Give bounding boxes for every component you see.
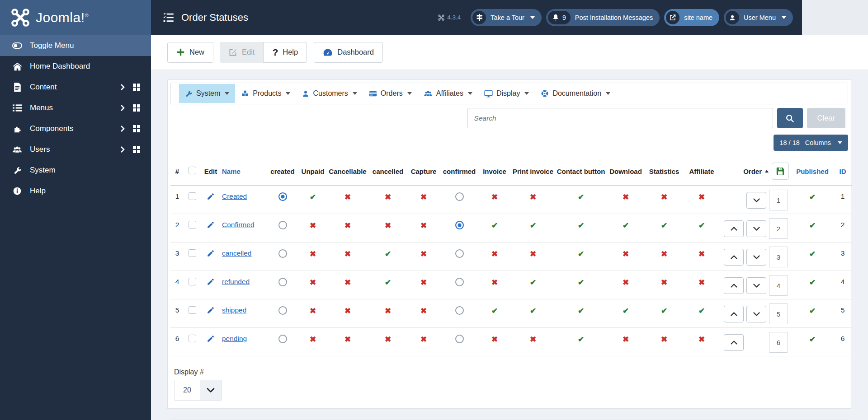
status-name-link[interactable]: Created bbox=[222, 192, 247, 200]
row-checkbox[interactable] bbox=[189, 335, 196, 342]
sidebar-item-content[interactable]: Content bbox=[0, 77, 151, 98]
order-up-button[interactable] bbox=[724, 249, 744, 266]
sidebar-item-home-dashboard[interactable]: Home Dashboard bbox=[0, 56, 151, 77]
published-toggle-yes[interactable]: ✔ bbox=[809, 250, 816, 258]
published-toggle-yes[interactable]: ✔ bbox=[809, 193, 816, 201]
order-down-button[interactable] bbox=[746, 192, 766, 209]
confirmed-radio-unselected[interactable] bbox=[455, 335, 464, 343]
tab-customers[interactable]: Customers bbox=[296, 84, 363, 103]
order-up-button[interactable] bbox=[724, 277, 744, 294]
published-toggle-yes[interactable]: ✔ bbox=[809, 307, 816, 315]
order-input[interactable] bbox=[769, 303, 788, 324]
published-toggle-yes[interactable]: ✔ bbox=[809, 278, 816, 287]
created-radio-unselected[interactable] bbox=[278, 306, 287, 315]
life-ring-icon bbox=[541, 89, 549, 98]
col-id-sort[interactable]: ID bbox=[833, 156, 852, 186]
sidebar-item-menus[interactable]: Menus bbox=[0, 98, 151, 118]
user-menu-button[interactable]: User Menu bbox=[724, 9, 793, 26]
order-down-button[interactable] bbox=[746, 277, 766, 294]
order-up-button[interactable] bbox=[724, 220, 744, 237]
created-radio-selected[interactable] bbox=[278, 192, 287, 201]
help-button[interactable]: ? Help bbox=[263, 42, 307, 63]
col-published-sort[interactable]: Published bbox=[792, 156, 833, 186]
confirmed-radio-selected[interactable] bbox=[455, 221, 464, 229]
new-button[interactable]: New bbox=[167, 42, 213, 63]
display-number-select[interactable]: 20 bbox=[174, 380, 222, 401]
published-toggle-yes[interactable]: ✔ bbox=[809, 221, 816, 230]
save-order-button[interactable] bbox=[772, 163, 789, 180]
wrench-icon bbox=[185, 90, 193, 98]
take-a-tour-button[interactable]: Take a Tour bbox=[471, 9, 542, 26]
order-input[interactable] bbox=[769, 190, 788, 210]
order-up-button[interactable] bbox=[724, 334, 744, 351]
user-circle-icon bbox=[726, 11, 739, 24]
sidebar-item-help[interactable]: Help bbox=[0, 181, 151, 201]
row-checkbox[interactable] bbox=[189, 278, 196, 285]
col-name-sort[interactable]: Name bbox=[221, 156, 266, 186]
search-button[interactable] bbox=[777, 108, 803, 128]
created-radio-unselected[interactable] bbox=[278, 278, 287, 286]
tab-system[interactable]: System bbox=[179, 84, 235, 103]
edit-row-icon[interactable] bbox=[207, 278, 215, 286]
row-checkbox[interactable] bbox=[189, 221, 196, 229]
status-name-link[interactable]: pending bbox=[222, 335, 247, 342]
sidebar-item-users[interactable]: Users bbox=[0, 139, 151, 160]
col-created: created bbox=[266, 156, 299, 186]
row-checkbox[interactable] bbox=[189, 249, 196, 257]
tab-documentation[interactable]: Documentation bbox=[535, 84, 616, 103]
col-affiliate: Affiliate bbox=[683, 156, 720, 186]
search-input[interactable] bbox=[467, 108, 773, 128]
columns-dropdown-button[interactable]: 18 / 18 Columns bbox=[774, 135, 848, 151]
row-checkbox[interactable] bbox=[189, 192, 196, 200]
order-input[interactable] bbox=[769, 275, 788, 296]
dashboard-grid-icon[interactable] bbox=[133, 104, 140, 112]
sidebar-item-components[interactable]: Components bbox=[0, 118, 151, 139]
order-up-button[interactable] bbox=[724, 306, 744, 322]
invoice-flag-yes: ✔ bbox=[491, 221, 498, 230]
tab-orders[interactable]: Orders bbox=[363, 84, 418, 103]
sidebar-item-system[interactable]: System bbox=[0, 160, 151, 181]
unpaid-flag-no: ✖ bbox=[310, 221, 316, 230]
edit-row-icon[interactable] bbox=[207, 249, 215, 257]
select-all-checkbox[interactable] bbox=[189, 167, 196, 174]
order-input[interactable] bbox=[769, 247, 788, 267]
dashboard-grid-icon[interactable] bbox=[133, 84, 140, 91]
tab-display[interactable]: Display bbox=[478, 84, 535, 103]
order-down-button[interactable] bbox=[746, 306, 766, 322]
edit-row-icon[interactable] bbox=[207, 221, 215, 229]
status-name-link[interactable]: shipped bbox=[222, 306, 246, 314]
order-input[interactable] bbox=[769, 332, 788, 353]
created-radio-unselected[interactable] bbox=[278, 221, 287, 229]
confirmed-radio-unselected[interactable] bbox=[455, 306, 464, 315]
caret-down-icon bbox=[407, 92, 412, 95]
order-down-button[interactable] bbox=[746, 249, 766, 266]
dashboard-button[interactable]: Dashboard bbox=[314, 42, 383, 63]
sidebar-item-toggle-menu[interactable]: Toggle Menu bbox=[0, 35, 151, 56]
published-toggle-yes[interactable]: ✔ bbox=[809, 335, 816, 344]
row-number: 3 bbox=[170, 243, 184, 271]
created-radio-unselected[interactable] bbox=[278, 249, 287, 258]
status-name-link[interactable]: cancelled bbox=[222, 249, 252, 257]
bell-icon bbox=[552, 14, 559, 21]
edit-row-icon[interactable] bbox=[207, 306, 215, 314]
tab-products[interactable]: Products bbox=[235, 84, 296, 103]
created-radio-unselected[interactable] bbox=[278, 335, 287, 343]
order-down-button[interactable] bbox=[746, 220, 766, 237]
unpaid-flag-no: ✖ bbox=[310, 278, 316, 287]
edit-row-icon[interactable] bbox=[207, 192, 215, 201]
status-name-link[interactable]: refunded bbox=[222, 278, 250, 285]
confirmed-radio-unselected[interactable] bbox=[455, 249, 464, 258]
confirmed-radio-unselected[interactable] bbox=[455, 278, 464, 286]
tab-affiliates[interactable]: Affiliates bbox=[418, 84, 478, 103]
order-input[interactable] bbox=[769, 218, 788, 239]
post-installation-messages-button[interactable]: 9 Post Installation Messages bbox=[546, 9, 660, 26]
col-order-sort[interactable]: Order bbox=[743, 168, 762, 175]
row-checkbox[interactable] bbox=[189, 306, 196, 314]
dashboard-grid-icon[interactable] bbox=[133, 125, 140, 132]
confirmed-radio-unselected[interactable] bbox=[455, 192, 464, 201]
chevron-right-icon bbox=[120, 84, 125, 91]
status-name-link[interactable]: Confirmed bbox=[222, 221, 255, 229]
site-name-button[interactable]: site name bbox=[664, 9, 719, 26]
edit-row-icon[interactable] bbox=[207, 335, 215, 343]
dashboard-grid-icon[interactable] bbox=[133, 146, 140, 153]
